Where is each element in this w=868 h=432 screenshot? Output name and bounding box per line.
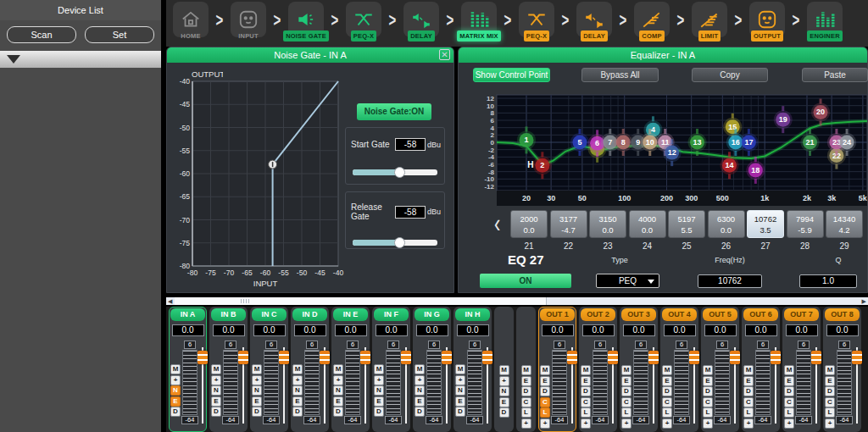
strip-button-D[interactable]: D (292, 407, 303, 417)
strip-button-M[interactable]: M (703, 365, 713, 375)
strip-button-+[interactable]: + (621, 418, 632, 429)
toolbar-item-peq-x-out[interactable]: PEQ-X (517, 0, 556, 42)
mixer-strip-out-4[interactable]: OUT 40.0MEDCL+6-64 (660, 307, 698, 432)
toolbar-item-comp[interactable]: COMP (632, 0, 671, 42)
strip-button-+[interactable]: + (499, 376, 509, 386)
mixer-strip-in-b[interactable]: IN B0.0M+NED6-64 (209, 307, 248, 432)
mixer-strip-in-g[interactable]: IN G0.0M+NED6-64 (413, 307, 451, 432)
fader-knob[interactable] (852, 351, 862, 364)
strip-gain-value[interactable]: 0.0 (213, 324, 245, 336)
strip-label[interactable]: IN C (252, 308, 287, 321)
strip-button-E[interactable]: E (252, 396, 262, 407)
strip-button-E[interactable]: E (374, 396, 384, 407)
start-gate-value-input[interactable]: -58 (395, 138, 426, 151)
strip-button-M[interactable]: M (252, 364, 262, 374)
strip-button-D[interactable]: D (374, 407, 384, 417)
strip-button-C[interactable]: C (521, 397, 531, 407)
set-button[interactable]: Set (85, 26, 154, 43)
strip-button-M[interactable]: M (521, 365, 531, 375)
mixer-strip-in-e[interactable]: IN E0.0M+NED6-64 (331, 307, 370, 432)
paste-button[interactable]: Paste (802, 68, 868, 82)
device-dropdown[interactable] (0, 51, 161, 68)
strip-button-E[interactable]: E (784, 376, 794, 386)
strip-label[interactable]: OUT 8 (825, 308, 860, 321)
strip-button-+[interactable]: + (170, 375, 181, 385)
release-gate-value-input[interactable]: -58 (395, 206, 426, 219)
strip-button-+[interactable]: + (703, 418, 713, 429)
mixer-strip-in-d[interactable]: IN D0.0M+NED6-64 (291, 307, 329, 432)
fader-knob[interactable] (771, 351, 781, 364)
strip-button-+[interactable]: + (374, 375, 384, 385)
strip-button-+[interactable]: + (662, 418, 672, 429)
show-control-point-button[interactable]: Show Control Point (473, 68, 550, 82)
mixer-strip-master-2[interactable]: MEDCL+ (516, 307, 536, 432)
strip-button-D[interactable]: D (170, 407, 181, 417)
copy-button[interactable]: Copy (692, 68, 768, 82)
strip-label[interactable]: IN D (292, 308, 327, 321)
strip-label[interactable]: OUT 1 (540, 308, 575, 321)
strip-button-M[interactable]: M (374, 364, 384, 374)
strip-label[interactable]: OUT 5 (703, 308, 737, 321)
strip-button-N[interactable]: N (170, 385, 181, 396)
strip-button-M[interactable]: M (455, 364, 465, 374)
fader-knob[interactable] (320, 351, 330, 364)
strip-button-E[interactable]: E (581, 376, 591, 386)
strip-label[interactable]: IN G (415, 308, 449, 321)
strip-button-+[interactable]: + (252, 375, 262, 385)
band-cell-23[interactable]: 31500.0 (589, 210, 626, 238)
strip-button-+[interactable]: + (581, 418, 591, 429)
fader-knob[interactable] (608, 351, 618, 364)
strip-button-N[interactable]: N (499, 386, 509, 396)
strip-button-D[interactable]: D (581, 386, 591, 396)
strip-button-D[interactable]: D (455, 407, 465, 417)
strip-button-L[interactable]: L (703, 407, 713, 418)
strip-button-L[interactable]: L (521, 407, 531, 418)
strip-button-M[interactable]: M (415, 364, 425, 374)
strip-button-M[interactable]: M (621, 365, 632, 375)
strip-button-M[interactable]: M (540, 365, 550, 375)
strip-button-E[interactable]: E (170, 396, 181, 407)
strip-button-E[interactable]: E (292, 396, 303, 407)
mixer-strip-out-7[interactable]: OUT 70.0MEDCL+6-64 (782, 307, 821, 432)
mixer-strip-in-h[interactable]: IN H0.0M+NED6-64 (453, 307, 492, 432)
strip-button-E[interactable]: E (743, 376, 754, 386)
strip-button-E[interactable]: E (540, 376, 550, 386)
mixer-strip-in-f[interactable]: IN F0.0M+NED6-64 (372, 307, 410, 432)
strip-button-D[interactable]: D (540, 386, 550, 396)
strip-button-L[interactable]: L (540, 407, 550, 418)
strip-button-+[interactable]: + (521, 418, 531, 429)
strip-button-E[interactable]: E (333, 396, 343, 407)
strip-button-+[interactable]: + (784, 418, 794, 429)
strip-button-E[interactable]: E (621, 376, 632, 386)
bypass-all-button[interactable]: Bypass All (581, 68, 659, 82)
strip-gain-value[interactable]: 0.0 (623, 324, 655, 336)
strip-button-C[interactable]: C (784, 397, 794, 407)
strip-button-D[interactable]: D (499, 407, 509, 418)
strip-button-+[interactable]: + (743, 418, 754, 429)
fader-knob[interactable] (567, 351, 577, 364)
strip-label[interactable]: IN E (333, 308, 368, 321)
q-input[interactable]: 1.0 (799, 274, 857, 288)
strip-button-N[interactable]: N (211, 385, 221, 396)
strip-button-+[interactable]: + (333, 375, 343, 385)
strip-button-L[interactable]: L (825, 407, 835, 418)
band-cell-25[interactable]: 51975.5 (668, 210, 705, 238)
strip-gain-value[interactable]: 0.0 (542, 324, 574, 336)
strip-gain-value[interactable]: 0.0 (416, 324, 448, 336)
strip-button-+[interactable]: + (540, 418, 550, 429)
strip-button-N[interactable]: N (415, 385, 425, 396)
toolbar-item-limit[interactable]: LIMIT (690, 0, 729, 42)
strip-button-D[interactable]: D (333, 407, 343, 417)
band-cell-26[interactable]: 63000.0 (708, 210, 745, 238)
strip-button-C[interactable]: C (703, 397, 713, 407)
toolbar-item-peq-x-in[interactable]: PEQ-X (344, 0, 383, 42)
strip-button-L[interactable]: L (662, 407, 672, 418)
strip-button-N[interactable]: N (333, 385, 343, 396)
strip-gain-value[interactable]: 0.0 (826, 324, 859, 336)
fader-knob[interactable] (279, 351, 289, 364)
toolbar-item-output[interactable]: OUTPUT (748, 0, 787, 42)
fader-knob[interactable] (238, 351, 248, 364)
fader-knob[interactable] (442, 351, 452, 364)
toolbar-item-home[interactable]: HOME (171, 0, 210, 42)
strip-gain-value[interactable]: 0.0 (745, 324, 777, 336)
